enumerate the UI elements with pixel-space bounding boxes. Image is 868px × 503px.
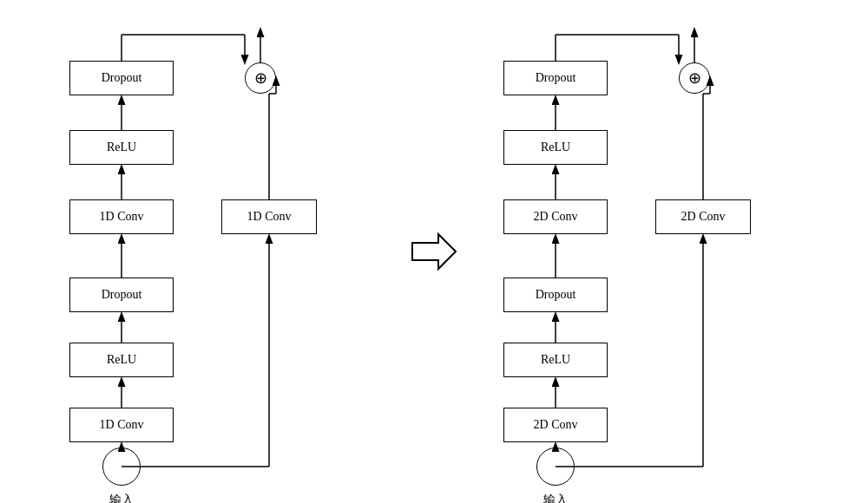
r-xor-circle: ⊕ [679,62,710,94]
l-conv1-label: 1D Conv [100,418,144,432]
r-relu1-block: ReLU [503,343,608,377]
r-conv2-label: 2D Conv [534,210,578,224]
l-relu1-label: ReLU [107,353,136,367]
l-xor-circle: ⊕ [245,62,276,94]
r-relu2-label: ReLU [541,140,570,154]
l-side-conv-label: 1D Conv [247,210,292,224]
r-input-label: 输入 [521,493,590,503]
main-container: Dropout ReLU 1D Conv Dropout ReLU 1D Con… [0,0,868,503]
r-conv1-block: 2D Conv [503,408,608,442]
l-conv2-block: 1D Conv [69,199,174,234]
l-relu2-block: ReLU [69,130,174,165]
l-relu1-block: ReLU [69,343,174,377]
r-dropout2-label: Dropout [536,71,576,85]
r-relu2-block: ReLU [503,130,608,165]
l-xor-symbol: ⊕ [254,70,267,86]
l-dropout2-block: Dropout [69,61,174,95]
r-relu1-label: ReLU [541,353,570,367]
l-input-circle [102,447,141,486]
l-dropout1-label: Dropout [102,288,142,302]
r-side-conv-label: 2D Conv [681,210,726,224]
l-conv1-block: 1D Conv [69,408,174,442]
r-side-conv-block: 2D Conv [655,199,751,234]
l-relu2-label: ReLU [107,140,136,154]
r-dropout1-block: Dropout [503,278,608,312]
r-xor-symbol: ⊕ [688,70,701,86]
l-input-label: 输入 [87,493,156,503]
r-dropout1-label: Dropout [536,288,576,302]
r-conv2-block: 2D Conv [503,199,608,234]
svg-marker-15 [412,234,456,269]
l-dropout1-block: Dropout [69,278,174,312]
transform-arrow-svg [408,230,460,273]
l-dropout2-label: Dropout [102,71,142,85]
transform-arrow [408,230,460,273]
r-input-circle [536,447,575,486]
left-diagram: Dropout ReLU 1D Conv Dropout ReLU 1D Con… [52,17,382,486]
right-diagram: Dropout ReLU 2D Conv Dropout ReLU 2D Con… [486,17,816,486]
r-conv1-label: 2D Conv [534,418,578,432]
r-dropout2-block: Dropout [503,61,608,95]
l-side-conv-block: 1D Conv [221,199,317,234]
l-conv2-label: 1D Conv [100,210,144,224]
